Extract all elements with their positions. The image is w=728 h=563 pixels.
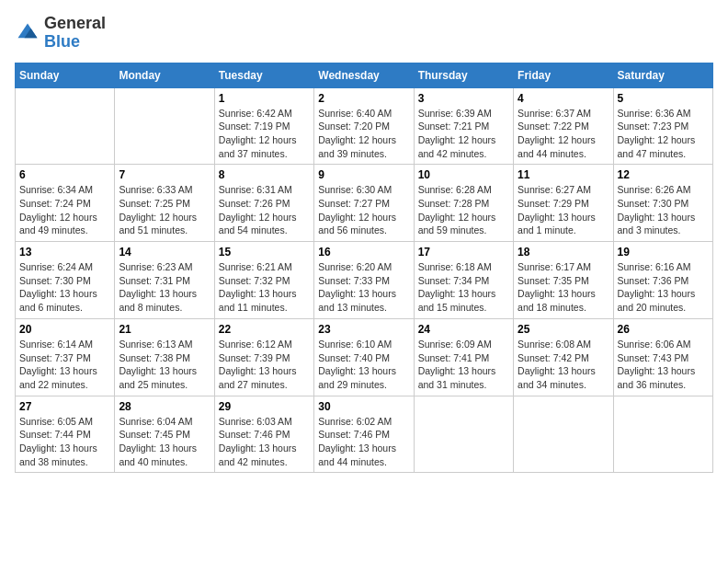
sunrise-label: Sunrise: 6:31 AM: [219, 184, 292, 195]
calendar-cell: 24 Sunrise: 6:09 AM Sunset: 7:41 PM Dayl…: [414, 318, 513, 396]
daylight-label: Daylight: 12 hours and 39 minutes.: [318, 134, 396, 159]
day-number: 22: [219, 323, 310, 336]
sunset-label: Sunset: 7:41 PM: [418, 352, 490, 363]
calendar-cell: 10 Sunrise: 6:28 AM Sunset: 7:28 PM Dayl…: [414, 165, 513, 242]
calendar-cell: 17 Sunrise: 6:18 AM Sunset: 7:34 PM Dayl…: [414, 242, 513, 319]
day-number: 27: [19, 400, 110, 413]
day-number: 26: [618, 323, 709, 336]
sunset-label: Sunset: 7:21 PM: [418, 121, 490, 132]
day-number: 9: [318, 168, 409, 181]
calendar-cell: 6 Sunrise: 6:34 AM Sunset: 7:24 PM Dayli…: [16, 165, 115, 242]
calendar-cell: 27 Sunrise: 6:05 AM Sunset: 7:44 PM Dayl…: [16, 396, 115, 473]
day-info: Sunrise: 6:39 AM Sunset: 7:21 PM Dayligh…: [418, 107, 509, 161]
day-info: Sunrise: 6:04 AM Sunset: 7:45 PM Dayligh…: [119, 415, 210, 469]
day-number: 23: [318, 323, 409, 336]
sunrise-label: Sunrise: 6:24 AM: [19, 261, 93, 272]
calendar-week-3: 20 Sunrise: 6:14 AM Sunset: 7:37 PM Dayl…: [16, 318, 713, 396]
sunrise-label: Sunrise: 6:33 AM: [119, 184, 192, 195]
page-header: General Blue: [15, 15, 713, 52]
sunrise-label: Sunrise: 6:21 AM: [219, 261, 292, 272]
sunset-label: Sunset: 7:42 PM: [518, 352, 589, 363]
day-info: Sunrise: 6:40 AM Sunset: 7:20 PM Dayligh…: [318, 107, 409, 161]
calendar-week-4: 27 Sunrise: 6:05 AM Sunset: 7:44 PM Dayl…: [16, 396, 713, 473]
weekday-header-saturday: Saturday: [613, 63, 712, 87]
day-number: 18: [518, 246, 609, 259]
sunrise-label: Sunrise: 6:09 AM: [418, 339, 492, 350]
sunrise-label: Sunrise: 6:28 AM: [418, 184, 492, 195]
logo-general: General: [44, 14, 106, 32]
daylight-label: Daylight: 13 hours and 31 minutes.: [418, 365, 496, 390]
sunset-label: Sunset: 7:40 PM: [318, 352, 390, 363]
calendar-cell: 25 Sunrise: 6:08 AM Sunset: 7:42 PM Dayl…: [514, 318, 613, 396]
day-info: Sunrise: 6:20 AM Sunset: 7:33 PM Dayligh…: [318, 260, 409, 315]
day-number: 4: [518, 92, 609, 105]
calendar-cell: 30 Sunrise: 6:02 AM Sunset: 7:46 PM Dayl…: [314, 396, 414, 473]
sunset-label: Sunset: 7:30 PM: [618, 198, 689, 209]
day-number: 3: [418, 92, 509, 105]
daylight-label: Daylight: 13 hours and 15 minutes.: [418, 288, 496, 313]
sunrise-label: Sunrise: 6:10 AM: [318, 339, 392, 350]
sunrise-label: Sunrise: 6:03 AM: [219, 416, 292, 427]
sunrise-label: Sunrise: 6:05 AM: [19, 416, 93, 427]
calendar-cell: 2 Sunrise: 6:40 AM Sunset: 7:20 PM Dayli…: [314, 87, 414, 165]
day-info: Sunrise: 6:30 AM Sunset: 7:27 PM Dayligh…: [318, 183, 409, 237]
calendar-cell: 7 Sunrise: 6:33 AM Sunset: 7:25 PM Dayli…: [115, 165, 214, 242]
calendar-cell: [613, 396, 712, 473]
day-number: 8: [219, 168, 310, 181]
sunrise-label: Sunrise: 6:04 AM: [119, 416, 192, 427]
daylight-label: Daylight: 13 hours and 13 minutes.: [318, 288, 396, 313]
day-info: Sunrise: 6:34 AM Sunset: 7:24 PM Dayligh…: [19, 183, 110, 237]
calendar-cell: 23 Sunrise: 6:10 AM Sunset: 7:40 PM Dayl…: [314, 318, 414, 396]
day-number: 10: [418, 168, 509, 181]
sunset-label: Sunset: 7:46 PM: [318, 429, 390, 440]
calendar-table: SundayMondayTuesdayWednesdayThursdayFrid…: [15, 63, 713, 474]
sunset-label: Sunset: 7:19 PM: [219, 121, 290, 132]
day-info: Sunrise: 6:03 AM Sunset: 7:46 PM Dayligh…: [219, 415, 310, 469]
sunset-label: Sunset: 7:38 PM: [119, 352, 190, 363]
sunrise-label: Sunrise: 6:42 AM: [219, 108, 292, 119]
sunset-label: Sunset: 7:22 PM: [518, 121, 589, 132]
day-info: Sunrise: 6:33 AM Sunset: 7:25 PM Dayligh…: [119, 183, 210, 237]
calendar-cell: 11 Sunrise: 6:27 AM Sunset: 7:29 PM Dayl…: [514, 165, 613, 242]
day-info: Sunrise: 6:10 AM Sunset: 7:40 PM Dayligh…: [318, 338, 409, 392]
day-info: Sunrise: 6:14 AM Sunset: 7:37 PM Dayligh…: [19, 338, 110, 392]
day-info: Sunrise: 6:09 AM Sunset: 7:41 PM Dayligh…: [418, 338, 509, 392]
calendar-cell: [414, 396, 513, 473]
sunset-label: Sunset: 7:43 PM: [618, 352, 689, 363]
calendar-cell: 3 Sunrise: 6:39 AM Sunset: 7:21 PM Dayli…: [414, 87, 513, 165]
daylight-label: Daylight: 12 hours and 47 minutes.: [618, 134, 696, 159]
sunset-label: Sunset: 7:20 PM: [318, 121, 390, 132]
day-info: Sunrise: 6:36 AM Sunset: 7:23 PM Dayligh…: [618, 107, 709, 161]
day-number: 14: [119, 246, 210, 259]
sunrise-label: Sunrise: 6:14 AM: [19, 339, 93, 350]
calendar-cell: 9 Sunrise: 6:30 AM Sunset: 7:27 PM Dayli…: [314, 165, 414, 242]
weekday-header-friday: Friday: [514, 63, 613, 87]
daylight-label: Daylight: 13 hours and 40 minutes.: [119, 442, 197, 467]
sunset-label: Sunset: 7:35 PM: [518, 275, 589, 286]
daylight-label: Daylight: 13 hours and 22 minutes.: [19, 365, 97, 390]
day-info: Sunrise: 6:18 AM Sunset: 7:34 PM Dayligh…: [418, 260, 509, 315]
sunset-label: Sunset: 7:23 PM: [618, 121, 689, 132]
day-number: 7: [119, 168, 210, 181]
calendar-cell: 12 Sunrise: 6:26 AM Sunset: 7:30 PM Dayl…: [613, 165, 712, 242]
day-number: 20: [19, 323, 110, 336]
logo-blue: Blue: [44, 32, 80, 51]
calendar-cell: 4 Sunrise: 6:37 AM Sunset: 7:22 PM Dayli…: [514, 87, 613, 165]
day-number: 30: [318, 400, 409, 413]
sunrise-label: Sunrise: 6:13 AM: [119, 339, 192, 350]
calendar-header: SundayMondayTuesdayWednesdayThursdayFrid…: [16, 63, 713, 87]
sunrise-label: Sunrise: 6:02 AM: [318, 416, 392, 427]
daylight-label: Daylight: 13 hours and 8 minutes.: [119, 288, 197, 313]
daylight-label: Daylight: 12 hours and 51 minutes.: [119, 212, 197, 236]
daylight-label: Daylight: 12 hours and 49 minutes.: [19, 212, 97, 236]
weekday-header-sunday: Sunday: [16, 63, 115, 87]
sunset-label: Sunset: 7:46 PM: [219, 429, 290, 440]
day-info: Sunrise: 6:31 AM Sunset: 7:26 PM Dayligh…: [219, 183, 310, 237]
calendar-cell: 14 Sunrise: 6:23 AM Sunset: 7:31 PM Dayl…: [115, 242, 214, 319]
sunset-label: Sunset: 7:37 PM: [19, 352, 91, 363]
calendar-cell: 21 Sunrise: 6:13 AM Sunset: 7:38 PM Dayl…: [115, 318, 214, 396]
sunrise-label: Sunrise: 6:36 AM: [618, 108, 691, 119]
sunrise-label: Sunrise: 6:06 AM: [618, 339, 691, 350]
daylight-label: Daylight: 12 hours and 44 minutes.: [518, 134, 596, 159]
sunset-label: Sunset: 7:29 PM: [518, 198, 589, 209]
